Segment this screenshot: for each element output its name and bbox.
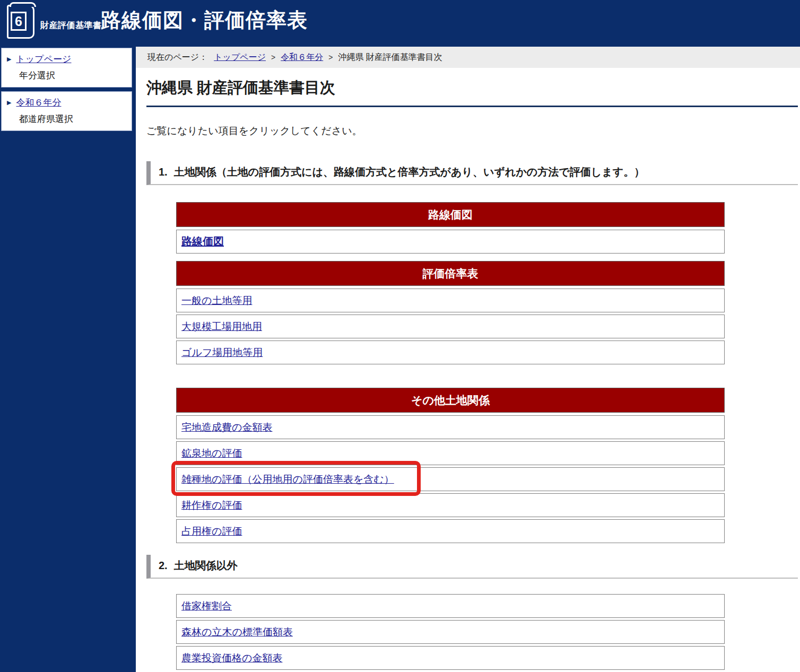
sidebar: ▶ トップページ 年分選択 ▶ 令和６年分 都道府県選択 [0,47,136,672]
section-heading-non-land: 2.土地関係以外 [146,555,798,579]
breadcrumb: 現在のページ： トップページ > 令和６年分 > 沖縄県 財産評価基準書目次 [136,47,800,68]
table-row: 宅地造成費の金額表 [176,415,725,439]
table-row: 耕作権の評価 [176,493,725,517]
sidebar-link-reiwa6[interactable]: 令和６年分 [16,97,61,109]
breadcrumb-current-page: 沖縄県 財産評価基準書目次 [338,52,442,63]
link-miscellaneous-land-valuation[interactable]: 雑種地の評価（公用地用の評価倍率表を含む） [181,473,394,486]
table-row: 鉱泉地の評価 [176,441,725,465]
instruction-text: ご覧になりたい項目をクリックしてください。 [146,124,798,138]
link-forest-standing-timber-price[interactable]: 森林の立木の標準価額表 [181,625,293,639]
table-row: 森林の立木の標準価額表 [176,620,725,644]
breadcrumb-separator: > [328,53,333,62]
breadcrumb-link-top-page[interactable]: トップページ [214,52,266,63]
link-rosenka-map[interactable]: 路線価図 [181,234,224,249]
link-large-factory-land[interactable]: 大規模工場用地用 [181,320,262,334]
content: 沖縄県 財産評価基準書目次 ご覧になりたい項目をクリックしてください。 1.土地… [136,77,800,670]
link-mineral-spring-valuation[interactable]: 鉱泉地の評価 [181,447,242,460]
header-title: 路線価図・評価倍率表 [101,7,308,34]
link-agricultural-investment-price[interactable]: 農業投資価格の金額表 [181,651,282,665]
table-row: 大規模工場用地用 [176,315,725,338]
link-occupancy-rights-valuation[interactable]: 占用権の評価 [181,525,242,538]
section-number: 2. [159,560,168,571]
sidebar-item-top-page: ▶ トップページ [7,53,128,65]
sidebar-link-top-page[interactable]: トップページ [16,53,71,65]
header-subtitle: 財産評価基準書 [40,20,102,31]
main-area: 現在のページ： トップページ > 令和６年分 > 沖縄県 財産評価基準書目次 沖… [136,47,800,672]
triangle-bullet-icon: ▶ [7,99,11,106]
sidebar-sublabel-prefecture-select: 都道府県選択 [19,113,128,125]
book-icon: 6 [7,5,34,39]
sidebar-item-year: ▶ 令和６年分 [7,97,128,109]
section-title: 土地関係以外 [174,560,238,571]
table-row: 占用権の評価 [176,519,725,543]
book-icon-number: 6 [11,12,27,31]
triangle-bullet-icon: ▶ [7,56,11,63]
sidebar-sublabel-year-select: 年分選択 [19,69,128,82]
table-row-highlighted: 雑種地の評価（公用地用の評価倍率表を含む） [176,467,725,491]
table-header-rosenka-map: 路線価図 [176,202,725,227]
breadcrumb-label: 現在のページ： [147,52,207,63]
breadcrumb-separator: > [271,53,275,62]
page-title: 沖縄県 財産評価基準書目次 [146,77,798,107]
table-header-other-land: その他土地関係 [176,388,725,413]
sidebar-box-top-page: ▶ トップページ 年分選択 [1,48,132,88]
sidebar-box-year: ▶ 令和６年分 都道府県選択 [1,91,132,131]
table-row: 農業投資価格の金額表 [176,646,725,670]
link-golf-course-land[interactable]: ゴルフ場用地等用 [181,346,263,360]
section-title: 土地関係（土地の評価方式には、路線価方式と倍率方式があり、いずれかの方法で評価し… [174,166,645,178]
link-land-development-cost[interactable]: 宅地造成費の金額表 [181,421,272,434]
link-leasehold-ratio[interactable]: 借家権割合 [181,599,232,613]
table-row: 路線価図 [176,230,725,254]
section-heading-land: 1.土地関係（土地の評価方式には、路線価方式と倍率方式があり、いずれかの方法で評… [146,161,798,185]
table-row: 借家権割合 [176,594,725,618]
table-row: ゴルフ場用地等用 [176,341,725,364]
table-row: 一般の土地等用 [176,289,725,312]
link-general-land[interactable]: 一般の土地等用 [181,294,252,308]
breadcrumb-link-reiwa6[interactable]: 令和６年分 [281,52,323,63]
section-number: 1. [159,166,168,178]
land-tables: 路線価図 路線価図 評価倍率表 一般の土地等用 大規模工場用地用 ゴルフ場用地等… [176,202,725,543]
table-header-multiplier-table: 評価倍率表 [176,261,725,286]
non-land-tables: 借家権割合 森林の立木の標準価額表 農業投資価格の金額表 [176,594,725,670]
link-cultivation-rights-valuation[interactable]: 耕作権の評価 [181,499,242,512]
site-header: 6 財産評価基準書 路線価図・評価倍率表 [0,0,800,47]
